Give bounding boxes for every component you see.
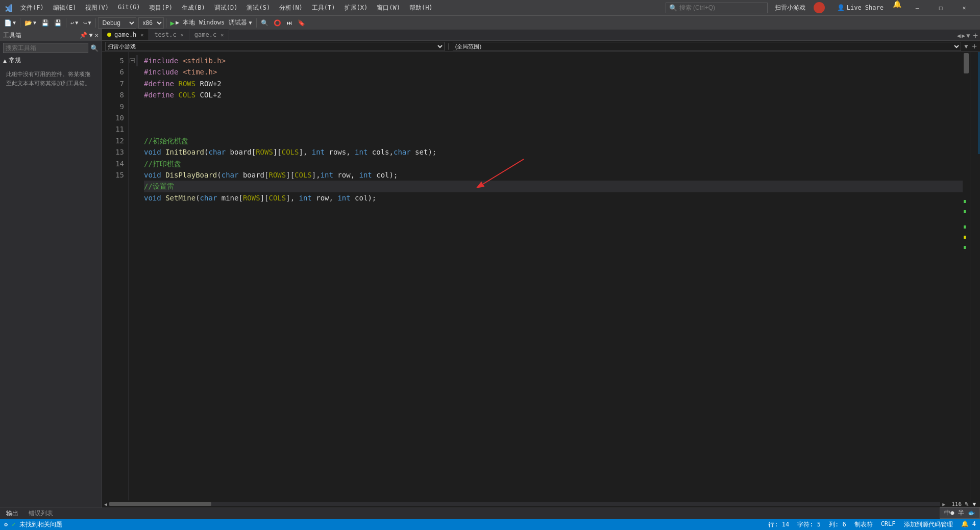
status-right: 行: 14 字符: 5 列: 6 制表符 CRLF 添加到源代码管理 🔔 4 bbox=[768, 520, 976, 529]
line-indicator-3 bbox=[964, 225, 966, 229]
sidebar-section-general[interactable]: ▲ 常规 bbox=[0, 55, 102, 66]
file-bar: 扫雷小游戏 | (全局范围) ▼ + bbox=[102, 41, 980, 52]
undo-button[interactable]: ↩ ▼ bbox=[68, 17, 80, 29]
sidebar-pin-icon[interactable]: 📌 bbox=[80, 32, 87, 39]
step-button[interactable]: ⏭ bbox=[284, 17, 295, 29]
horizontal-thumb[interactable] bbox=[109, 502, 211, 506]
menu-build[interactable]: 生成(B) bbox=[178, 3, 209, 13]
ime-indicator[interactable]: 中● 半 🐟 bbox=[940, 507, 980, 519]
tab-game-c[interactable]: game.c ✕ bbox=[189, 29, 229, 40]
scrollbar-thumb[interactable] bbox=[964, 53, 969, 73]
line-indicator-4 bbox=[964, 246, 966, 249]
search-box[interactable]: 🔍 bbox=[666, 3, 768, 13]
code-line-10: //初始化棋盘 bbox=[144, 135, 963, 146]
tab-close-game-c[interactable]: ✕ bbox=[220, 32, 224, 38]
code-line-13: void DisPlayBoard(char board[ROWS][COLS]… bbox=[144, 169, 963, 181]
add-scope-button[interactable]: + bbox=[972, 41, 977, 51]
sidebar-expand-icon[interactable]: ▼ bbox=[89, 32, 93, 39]
menu-view[interactable]: 视图(V) bbox=[81, 3, 113, 13]
menu-extend[interactable]: 扩展(X) bbox=[340, 3, 372, 13]
line-indicator-1 bbox=[964, 200, 966, 203]
menu-test[interactable]: 测试(S) bbox=[242, 3, 274, 13]
avatar bbox=[814, 2, 825, 13]
menu-file[interactable]: 文件(F) bbox=[16, 3, 48, 13]
new-project-button[interactable]: 📄 ▼ bbox=[2, 17, 18, 29]
horizontal-track[interactable] bbox=[109, 502, 940, 506]
menu-edit[interactable]: 编辑(E) bbox=[49, 3, 81, 13]
toolbox-search-input[interactable] bbox=[3, 43, 88, 53]
app-title: 扫雷小游戏 bbox=[775, 4, 805, 12]
tab-test-c[interactable]: test.c ✕ bbox=[149, 29, 189, 40]
titlebar: 文件(F) 编辑(E) 视图(V) Git(G) 项目(P) 生成(B) 调试(… bbox=[0, 0, 980, 15]
live-share-button[interactable]: 👤 Live Share bbox=[832, 0, 889, 15]
tab-scroll-left[interactable]: ◀ bbox=[957, 32, 961, 39]
main-area: 工具箱 📌 ▼ ✕ 🔍 ▲ 常规 此组中没有可用的控件。将某项拖至此文本本可将其… bbox=[0, 30, 980, 508]
error-list-tab[interactable]: 错误列表 bbox=[27, 509, 55, 518]
code-line-11: void InitBoard(char board[ROWS][COLS], i… bbox=[144, 146, 963, 158]
code-content[interactable]: #include <stdlib.h> #include <time.h> #d… bbox=[136, 52, 963, 500]
menu-git[interactable]: Git(G) bbox=[114, 3, 144, 13]
code-line-12: //打印棋盘 bbox=[144, 158, 963, 169]
search-input[interactable] bbox=[679, 4, 761, 11]
menu-help[interactable]: 帮助(H) bbox=[405, 3, 437, 13]
tab-list-button[interactable]: ▼ bbox=[966, 32, 970, 39]
tab-modified-dot bbox=[107, 33, 111, 37]
tab-scroll-right[interactable]: ▶ bbox=[962, 32, 965, 39]
open-button[interactable]: 📂 ▼ bbox=[22, 17, 38, 29]
toolbox-search-icon[interactable]: 🔍 bbox=[90, 44, 99, 52]
horizontal-scrollbar[interactable]: ◀ ▶ 116 % ▼ bbox=[102, 500, 980, 508]
tab-label-test-c: test.c bbox=[154, 31, 176, 38]
bookmark-button[interactable]: 🔖 bbox=[296, 17, 307, 29]
scroll-left-btn[interactable]: ◀ bbox=[102, 501, 109, 507]
search-icon: 🔍 bbox=[669, 4, 677, 12]
menu-debug[interactable]: 调试(D) bbox=[210, 3, 242, 13]
char-info: 字符: 5 bbox=[797, 520, 821, 529]
status-check-icon: ✓ bbox=[12, 521, 15, 528]
tab-format[interactable]: 制表符 bbox=[854, 520, 873, 529]
redo-button[interactable]: ↪ ▼ bbox=[81, 17, 93, 29]
menu-window[interactable]: 窗口(W) bbox=[373, 3, 404, 13]
play-icon: ▶ bbox=[170, 19, 175, 27]
arch-select[interactable]: x86 x64 bbox=[138, 17, 164, 29]
tab-close-test-c[interactable]: ✕ bbox=[181, 32, 184, 38]
new-tab-button[interactable]: + bbox=[973, 31, 978, 40]
find-button[interactable]: 🔍 bbox=[259, 17, 271, 29]
breakpoint-button[interactable]: ⭕ bbox=[272, 17, 283, 29]
collapse-indicator-5[interactable]: − bbox=[130, 58, 135, 63]
menu-project[interactable]: 项目(P) bbox=[145, 3, 177, 13]
bottom-tabs-bar: 输出 错误列表 bbox=[0, 508, 980, 519]
add-source-control[interactable]: 添加到源代码管理 bbox=[904, 520, 953, 529]
find-icon: 🔍 bbox=[261, 19, 268, 27]
menu-tools[interactable]: 工具(T) bbox=[308, 3, 339, 13]
scroll-right-btn[interactable]: ▶ bbox=[940, 501, 947, 507]
debug-config-select[interactable]: Debug Release bbox=[98, 17, 136, 29]
statusbar: ⚙ ✓ 未找到相关问题 行: 14 字符: 5 列: 6 制表符 CRLF 添加… bbox=[0, 519, 980, 530]
zoom-dropdown[interactable]: ▼ bbox=[972, 501, 976, 508]
maximize-button[interactable]: □ bbox=[929, 0, 952, 15]
sep2 bbox=[66, 18, 66, 28]
scope-expand-icon[interactable]: ▼ bbox=[964, 43, 968, 50]
save-button[interactable]: 💾 bbox=[39, 17, 51, 29]
sidebar-title: 工具箱 bbox=[3, 31, 21, 40]
scope-select[interactable]: (全局范围) bbox=[453, 42, 961, 51]
notifications-count[interactable]: 🔔 4 bbox=[961, 520, 976, 529]
code-editor[interactable]: 5 6 7 8 9 10 11 12 13 14 15 − bbox=[102, 52, 980, 500]
sidebar-close-icon[interactable]: ✕ bbox=[95, 32, 99, 39]
file-select[interactable]: 扫雷小游戏 bbox=[105, 42, 445, 51]
sep4 bbox=[166, 18, 166, 28]
output-tab[interactable]: 输出 bbox=[4, 509, 20, 518]
vertical-scrollbar-track[interactable] bbox=[963, 52, 970, 500]
tab-game-h[interactable]: game.h ✕ bbox=[102, 29, 149, 40]
line-ending[interactable]: CRLF bbox=[881, 520, 896, 529]
toolbox-search-area: 🔍 bbox=[0, 41, 102, 55]
code-line-5: #include <stdlib.h> bbox=[144, 55, 963, 66]
menu-analyze[interactable]: 分析(N) bbox=[275, 3, 307, 13]
code-line-9 bbox=[144, 101, 963, 135]
minimize-button[interactable]: — bbox=[905, 0, 929, 15]
save-all-button[interactable]: 💾 bbox=[52, 17, 64, 29]
run-button[interactable]: ▶ ▶ 本地 Windows 调试器 ▼ bbox=[168, 17, 254, 29]
menu-bar: 文件(F) 编辑(E) 视图(V) Git(G) 项目(P) 生成(B) 调试(… bbox=[16, 3, 663, 13]
tab-close-game-h[interactable]: ✕ bbox=[140, 32, 143, 38]
notifications-icon[interactable]: 🔔 bbox=[889, 0, 905, 15]
close-button[interactable]: ✕ bbox=[952, 0, 976, 15]
